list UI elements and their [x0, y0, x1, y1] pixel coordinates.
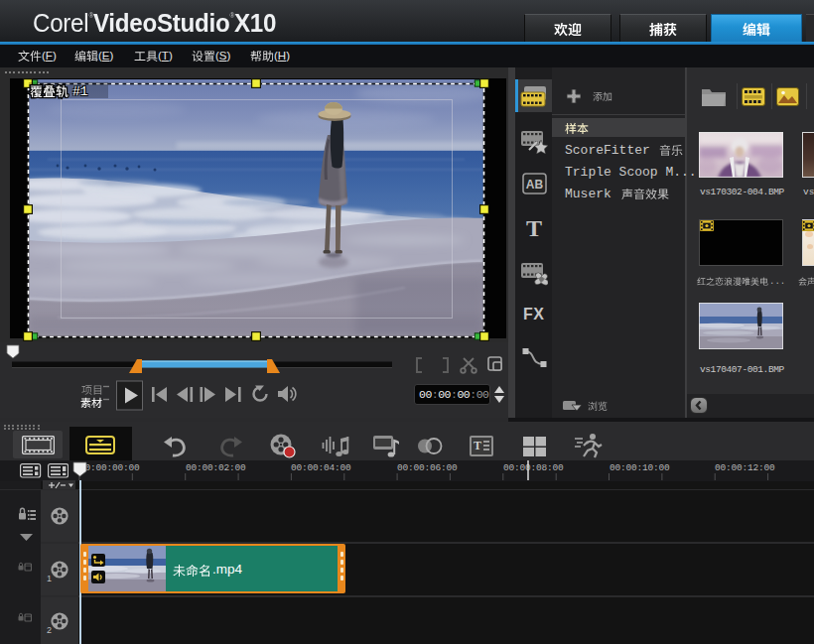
- svg-text:T: T: [474, 439, 481, 452]
- svg-text:AB: AB: [526, 178, 544, 192]
